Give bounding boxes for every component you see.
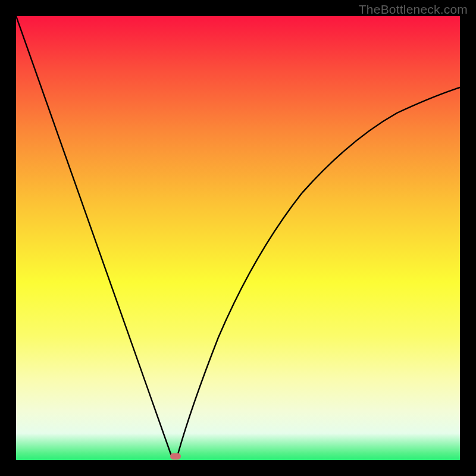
watermark-text: TheBottleneck.com (359, 2, 468, 17)
chart-plot-area (16, 16, 460, 460)
chart-frame (0, 0, 476, 476)
chart-curve (16, 16, 460, 460)
bottleneck-curve-path (16, 16, 460, 456)
chart-marker (170, 453, 181, 460)
